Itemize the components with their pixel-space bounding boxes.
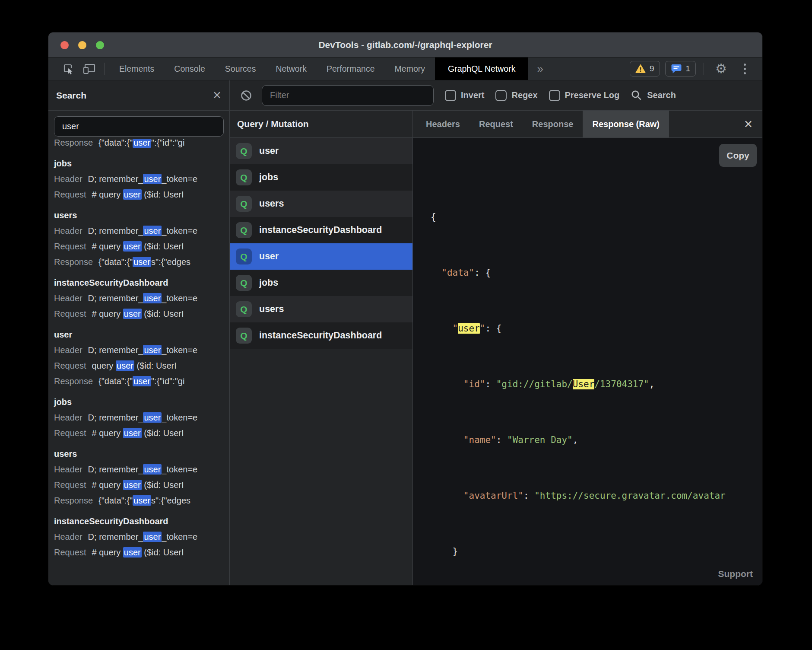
chat-bubble-icon: [671, 64, 682, 74]
search-result-row[interactable]: Request# query user ($id: UserI: [54, 477, 224, 493]
warnings-count: 9: [650, 64, 654, 73]
search-result-row[interactable]: HeaderD; remember_user_token=e: [54, 342, 224, 358]
query-list-item[interactable]: Qusers: [230, 296, 412, 322]
regex-checkbox[interactable]: Regex: [495, 90, 537, 101]
preserve-log-label: Preserve Log: [565, 90, 620, 100]
network-filter-bar: Invert Regex Preserve Log Search: [230, 80, 762, 111]
search-result-row[interactable]: HeaderD; remember_user_token=e: [54, 529, 224, 545]
search-toggle[interactable]: Search: [631, 89, 676, 101]
search-result-group-title[interactable]: user: [54, 327, 224, 342]
search-panel-header: Search ✕: [48, 80, 229, 111]
search-input[interactable]: [54, 116, 224, 137]
search-result-row[interactable]: Request# query user ($id: UserI: [54, 187, 224, 202]
messages-count: 1: [686, 64, 691, 73]
search-result-row[interactable]: HeaderD; remember_user_token=e: [54, 171, 224, 187]
search-result-row[interactable]: Request# query user ($id: UserI: [54, 306, 224, 322]
devtools-window: DevTools - gitlab.com/-/graphql-explorer…: [48, 32, 763, 586]
query-list-item[interactable]: Qjobs: [230, 270, 412, 296]
tab-graphql-network[interactable]: GraphQL Network: [435, 57, 528, 80]
tab-request[interactable]: Request: [469, 111, 523, 137]
query-type-badge: Q: [236, 328, 252, 344]
search-result-row[interactable]: HeaderD; remember_user_token=e: [54, 462, 224, 477]
search-result-group-title[interactable]: users: [54, 207, 224, 223]
query-list-item[interactable]: QinstanceSecurityDashboard: [230, 322, 412, 349]
search-input-row: [48, 111, 229, 139]
query-type-badge: Q: [236, 249, 252, 264]
query-list-item-selected[interactable]: Quser: [230, 243, 412, 270]
tab-sources[interactable]: Sources: [215, 57, 266, 80]
search-result-group-title[interactable]: jobs: [54, 394, 224, 410]
checkbox-box: [445, 90, 456, 101]
detail-close-icon[interactable]: ✕: [734, 111, 762, 137]
response-detail-panel: Headers Request Response Response (Raw) …: [413, 111, 762, 585]
search-result-row[interactable]: Request# query user ($id: UserI: [54, 545, 224, 560]
settings-gear-icon[interactable]: ⚙: [712, 62, 730, 75]
query-list: Quser Qjobs Qusers QinstanceSecurityDash…: [230, 138, 412, 585]
search-result-group-title[interactable]: jobs: [54, 156, 224, 171]
center-right-area: Invert Regex Preserve Log Search: [230, 80, 762, 585]
filter-input[interactable]: [262, 85, 434, 106]
tab-headers[interactable]: Headers: [416, 111, 469, 137]
preserve-log-checkbox[interactable]: Preserve Log: [549, 90, 620, 101]
response-tabs: Headers Request Response Response (Raw) …: [413, 111, 762, 138]
search-result-row[interactable]: Requestquery user ($id: UserI: [54, 358, 224, 373]
query-list-item[interactable]: QinstanceSecurityDashboard: [230, 217, 412, 243]
query-panel-title: Query / Mutation: [237, 119, 309, 129]
devtools-toolbar: Elements Console Sources Network Perform…: [48, 57, 762, 80]
warnings-badge[interactable]: 9: [630, 61, 660, 76]
window-title: DevTools - gitlab.com/-/graphql-explorer: [318, 40, 492, 50]
support-link[interactable]: Support: [718, 569, 753, 579]
tab-response-raw[interactable]: Response (Raw): [583, 111, 669, 137]
more-tabs-chevron-icon[interactable]: »: [528, 57, 552, 80]
search-result-row[interactable]: Response{"data":{"user":{"id":"gi: [54, 139, 224, 150]
search-result-row[interactable]: Request# query user ($id: UserI: [54, 425, 224, 441]
search-result-row[interactable]: Response{"data":{"users":{"edges: [54, 254, 224, 270]
inspect-element-icon[interactable]: [58, 57, 79, 80]
tab-response[interactable]: Response: [523, 111, 583, 137]
search-match-highlight: user: [458, 323, 480, 334]
traffic-lights: [60, 32, 104, 57]
tab-elements[interactable]: Elements: [109, 57, 164, 80]
titlebar: DevTools - gitlab.com/-/graphql-explorer: [48, 32, 762, 57]
invert-checkbox[interactable]: Invert: [445, 90, 484, 101]
search-result-group-title[interactable]: instanceSecurityDashboard: [54, 275, 224, 290]
tab-network[interactable]: Network: [266, 57, 317, 80]
checkbox-box: [549, 90, 560, 101]
search-panel-title: Search: [56, 90, 86, 101]
search-result-group-title[interactable]: users: [54, 446, 224, 462]
close-window-button[interactable]: [60, 41, 69, 49]
copy-button[interactable]: Copy: [719, 144, 757, 167]
query-mutation-panel: Query / Mutation Quser Qjobs Qusers Qins…: [230, 111, 413, 585]
query-type-badge: Q: [236, 143, 252, 159]
search-result-group-title[interactable]: instanceSecurityDashboard: [54, 513, 224, 529]
search-panel: Search ✕ Response{"data":{"user":{"id":"…: [48, 80, 230, 585]
json-raw-view: Copy { "data": { "user": { "id": "gid://…: [413, 138, 762, 585]
clear-block-icon[interactable]: [236, 89, 257, 102]
search-close-icon[interactable]: ✕: [213, 90, 222, 101]
query-list-item[interactable]: Qjobs: [230, 164, 412, 191]
search-icon: [631, 89, 642, 101]
query-type-badge: Q: [236, 196, 252, 212]
search-result-row[interactable]: Response{"data":{"users":{"edges: [54, 493, 224, 508]
minimize-window-button[interactable]: [78, 41, 86, 49]
search-results: Response{"data":{"user":{"id":"gi jobs H…: [48, 139, 229, 585]
tab-memory[interactable]: Memory: [385, 57, 435, 80]
search-result-row[interactable]: Request# query user ($id: UserI: [54, 239, 224, 254]
toolbar-right-controls: 9 1 ⚙: [630, 57, 762, 80]
tab-performance[interactable]: Performance: [317, 57, 385, 80]
messages-badge[interactable]: 1: [665, 61, 696, 76]
search-result-row[interactable]: Response{"data":{"user":{"id":"gi: [54, 373, 224, 389]
more-options-kebab-icon[interactable]: [736, 61, 754, 76]
search-result-row[interactable]: HeaderD; remember_user_token=e: [54, 223, 224, 239]
query-list-item[interactable]: Quser: [230, 138, 412, 164]
query-panel-header: Query / Mutation: [230, 111, 412, 138]
checkbox-box: [495, 90, 507, 101]
query-list-item[interactable]: Qusers: [230, 191, 412, 217]
search-result-row[interactable]: HeaderD; remember_user_token=e: [54, 410, 224, 425]
regex-label: Regex: [511, 90, 537, 100]
tab-console[interactable]: Console: [164, 57, 215, 80]
zoom-window-button[interactable]: [96, 41, 104, 49]
body-row: Query / Mutation Quser Qjobs Qusers Qins…: [230, 111, 762, 585]
search-result-row[interactable]: HeaderD; remember_user_token=e: [54, 290, 224, 306]
device-toolbar-icon[interactable]: [79, 57, 100, 80]
